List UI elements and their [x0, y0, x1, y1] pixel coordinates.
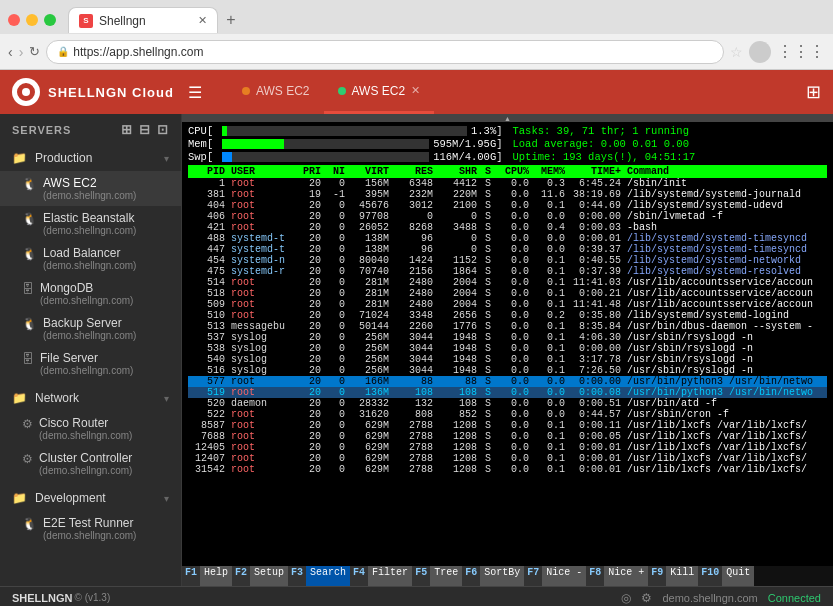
table-row[interactable]: 537 syslog 20 0 256M 3044 1948 S 0.0 0.1…: [188, 332, 827, 343]
td-cmd: /usr/lib/accountsservice/accoun: [624, 299, 827, 310]
td-cmd: /lib/systemd/systemd-logind: [624, 310, 827, 321]
scroll-indicator[interactable]: ▲: [182, 114, 833, 122]
sidebar-item-mongodb[interactable]: 🗄 MongoDB (demo.shellngn.com): [0, 276, 181, 311]
sidebar-item-cisco[interactable]: ⚙ Cisco Router (demo.shellngn.com): [0, 411, 181, 446]
sidebar-item-aws-ec2[interactable]: 🐧 AWS EC2 (demo.shellngn.com): [0, 171, 181, 206]
tab2-close-icon[interactable]: ✕: [411, 84, 420, 97]
fn1[interactable]: F1 Help: [182, 566, 232, 586]
fn5[interactable]: F5 Tree: [412, 566, 462, 586]
tl-green[interactable]: [44, 14, 56, 26]
fn4[interactable]: F4 Filter: [350, 566, 412, 586]
td-virt: 80040: [348, 255, 392, 266]
table-row[interactable]: 447 systemd-t 20 0 138M 96 0 S 0.0 0.0 0…: [188, 244, 827, 255]
td-ni: 0: [324, 255, 348, 266]
td-mem: 0.0: [532, 409, 568, 420]
sidebar-icon-btn-2[interactable]: ⊟: [139, 122, 151, 137]
td-pid: 404: [188, 200, 228, 211]
apps-button[interactable]: ⊞: [806, 82, 821, 102]
td-cpu: 0.0: [496, 222, 532, 233]
header-logo: SHELLNGN Cloud: [12, 78, 174, 106]
table-row[interactable]: 538 syslog 20 0 256M 3044 1948 S 0.0 0.1…: [188, 343, 827, 354]
tl-red[interactable]: [8, 14, 20, 26]
td-shr: 1208: [436, 453, 480, 464]
table-row[interactable]: 516 syslog 20 0 256M 3044 1948 S 0.0 0.1…: [188, 365, 827, 376]
cpu-label: CPU[: [188, 125, 220, 137]
logo-icon: [12, 78, 40, 106]
td-user: root: [228, 178, 296, 189]
td-virt: 156M: [348, 178, 392, 189]
sidebar-item-cluster[interactable]: ⚙ Cluster Controller (demo.shellngn.com): [0, 446, 181, 481]
table-row[interactable]: 488 systemd-t 20 0 138M 96 0 S 0.0 0.0 0…: [188, 233, 827, 244]
fn7[interactable]: F7 Nice -: [524, 566, 586, 586]
fn3-search[interactable]: F3 Search: [288, 566, 350, 586]
table-row[interactable]: 475 systemd-r 20 0 70740 2156 1864 S 0.0…: [188, 266, 827, 277]
table-row[interactable]: 12405 root 20 0 629M 2788 1208 S 0.0 0.1…: [188, 442, 827, 453]
header-tab-2[interactable]: AWS EC2 ✕: [324, 70, 435, 114]
td-shr: 2004: [436, 288, 480, 299]
header-tab-1[interactable]: AWS EC2: [228, 70, 324, 114]
tl-yellow[interactable]: [26, 14, 38, 26]
sidebar-item-elastic[interactable]: 🐧 Elastic Beanstalk (demo.shellngn.com): [0, 206, 181, 241]
table-row[interactable]: 454 systemd-n 20 0 80040 1424 1152 S 0.0…: [188, 255, 827, 266]
fn2[interactable]: F2 Setup: [232, 566, 288, 586]
sidebar-item-fileserver[interactable]: 🗄 File Server (demo.shellngn.com): [0, 346, 181, 381]
table-row[interactable]: 510 root 20 0 71024 3348 2656 S 0.0 0.2 …: [188, 310, 827, 321]
bookmark-icon[interactable]: ☆: [730, 44, 743, 60]
back-button[interactable]: ‹: [8, 44, 13, 60]
hamburger-button[interactable]: ☰: [188, 83, 202, 102]
td-cmd: /lib/systemd/systemd-timesyncd: [624, 244, 827, 255]
table-row[interactable]: 522 root 20 0 31620 808 852 S 0.0 0.0 0:…: [188, 409, 827, 420]
sidebar-item-backup[interactable]: 🐧 Backup Server (demo.shellngn.com): [0, 311, 181, 346]
fn10[interactable]: F10 Quit: [698, 566, 754, 586]
sidebar-group-network-header[interactable]: 📁 Network ▾: [0, 385, 181, 411]
table-row[interactable]: 8587 root 20 0 629M 2788 1208 S 0.0 0.1 …: [188, 420, 827, 431]
td-cmd: /lib/systemd/systemd-resolved: [624, 266, 827, 277]
reload-button[interactable]: ↻: [29, 44, 40, 59]
sidebar-item-e2e[interactable]: 🐧 E2E Test Runner (demo.shellngn.com): [0, 511, 181, 546]
sidebar-group-production-header[interactable]: 📁 Production ▾: [0, 145, 181, 171]
table-row[interactable]: 7688 root 20 0 629M 2788 1208 S 0.0 0.1 …: [188, 431, 827, 442]
fn9[interactable]: F9 Kill: [648, 566, 698, 586]
fn8[interactable]: F8 Nice +: [586, 566, 648, 586]
table-row[interactable]: 577 root 20 0 166M 88 88 S 0.0 0.0 0:00.…: [188, 376, 827, 387]
td-pid: 488: [188, 233, 228, 244]
profile-avatar[interactable]: [749, 41, 771, 63]
td-s: S: [480, 387, 496, 398]
table-row[interactable]: 406 root 20 0 97708 0 0 S 0.0 0.0 0:00.0…: [188, 211, 827, 222]
td-ni: 0: [324, 200, 348, 211]
table-row[interactable]: 514 root 20 0 281M 2480 2004 S 0.0 0.1 1…: [188, 277, 827, 288]
table-row[interactable]: 381 root 19 -1 395M 232M 220M S 0.0 11.6…: [188, 189, 827, 200]
address-bar[interactable]: 🔒 https://app.shellngn.com: [46, 40, 724, 64]
fn6[interactable]: F6 SortBy: [462, 566, 524, 586]
td-res: 132: [392, 398, 436, 409]
browser-tab[interactable]: S Shellngn ✕: [68, 7, 218, 33]
sidebar-item-lb[interactable]: 🐧 Load Balancer (demo.shellngn.com): [0, 241, 181, 276]
sidebar-icon-btn-3[interactable]: ⊡: [157, 122, 169, 137]
table-row[interactable]: 518 root 20 0 281M 2480 2004 S 0.0 0.1 0…: [188, 288, 827, 299]
td-mem: 0.1: [532, 255, 568, 266]
table-row[interactable]: 540 syslog 20 0 256M 3044 1948 S 0.0 0.1…: [188, 354, 827, 365]
td-user: root: [228, 420, 296, 431]
footer-gear-icon[interactable]: ⚙: [641, 591, 652, 605]
new-tab-button[interactable]: +: [218, 7, 244, 33]
mongodb-icon: 🗄: [22, 282, 34, 296]
td-mem: 0.3: [532, 178, 568, 189]
sidebar-icon-btn-1[interactable]: ⊞: [121, 122, 133, 137]
table-row[interactable]: 519 root 20 0 136M 108 108 S 0.0 0.0 0:0…: [188, 387, 827, 398]
td-pid: 516: [188, 365, 228, 376]
table-row[interactable]: 509 root 20 0 281M 2480 2004 S 0.0 0.1 1…: [188, 299, 827, 310]
sidebar-group-dev-header[interactable]: 📁 Development ▾: [0, 485, 181, 511]
table-row[interactable]: 1 root 20 0 156M 6348 4412 S 0.0 0.3 6:4…: [188, 178, 827, 189]
td-time: 0:00.08: [568, 387, 624, 398]
apps-grid-icon[interactable]: ⋮⋮⋮: [777, 42, 825, 61]
table-row[interactable]: 421 root 20 0 26052 8268 3488 S 0.0 0.4 …: [188, 222, 827, 233]
td-pri: 20: [296, 343, 324, 354]
forward-button[interactable]: ›: [19, 44, 24, 60]
tab-close-icon[interactable]: ✕: [198, 14, 207, 27]
table-row[interactable]: 520 daemon 20 0 28332 132 108 S 0.0 0.0 …: [188, 398, 827, 409]
table-row[interactable]: 31542 root 20 0 629M 2788 1208 S 0.0 0.1…: [188, 464, 827, 475]
table-row[interactable]: 404 root 20 0 45676 3012 2100 S 0.0 0.1 …: [188, 200, 827, 211]
table-row[interactable]: 12407 root 20 0 629M 2788 1208 S 0.0 0.1…: [188, 453, 827, 464]
table-row[interactable]: 513 messagebu 20 0 50144 2260 1776 S 0.0…: [188, 321, 827, 332]
terminal-body[interactable]: CPU[ 1.3%] Mem[ 595M/1.95G]: [182, 122, 833, 566]
